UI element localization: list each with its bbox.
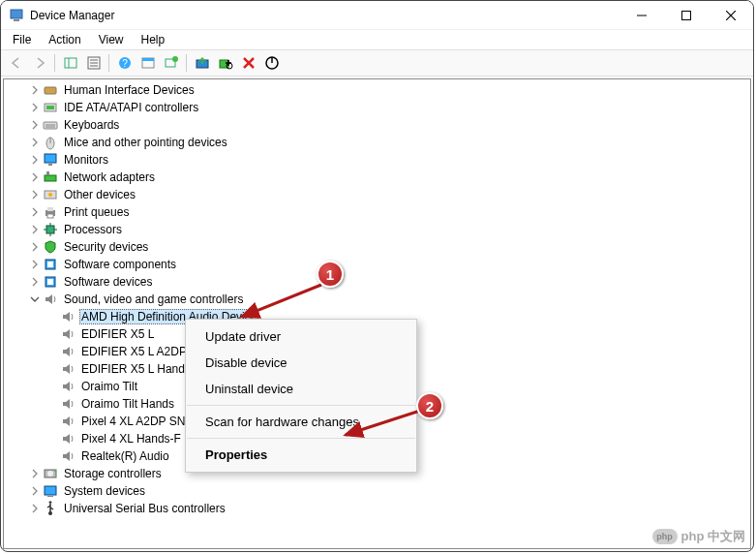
forward-button[interactable] [28, 52, 50, 74]
tree-node[interactable]: Sound, video and game controllers [4, 291, 750, 308]
speaker-icon [60, 309, 76, 324]
window: Device Manager File Action View Help ? [0, 0, 754, 552]
context-menu-item[interactable]: Disable device [186, 350, 416, 376]
tree-node[interactable]: Security devices [4, 238, 750, 256]
tree-node[interactable]: Universal Serial Bus controllers [4, 500, 750, 517]
properties-toolbar-button[interactable] [82, 52, 105, 74]
tree-node[interactable]: Software devices [4, 273, 750, 291]
expand-icon[interactable] [29, 84, 41, 96]
tree-node-label: EDIFIER X5 L [79, 327, 156, 341]
watermark-logo: php [652, 529, 678, 544]
svg-rect-0 [11, 10, 22, 18]
expand-icon[interactable] [29, 503, 41, 514]
tree-node[interactable]: System devices [4, 482, 750, 500]
menu-help[interactable]: Help [134, 31, 173, 48]
tree-node[interactable]: Other devices [4, 186, 750, 203]
speaker-icon [60, 448, 76, 464]
disable-device-toolbar-button[interactable] [214, 52, 236, 74]
enable-device-toolbar-button[interactable] [260, 52, 283, 74]
collapse-icon[interactable] [29, 293, 41, 305]
help-toolbar-button[interactable]: ? [113, 52, 136, 74]
speaker-icon [60, 396, 76, 412]
expand-icon[interactable] [29, 224, 41, 235]
context-menu: Update driverDisable deviceUninstall dev… [185, 319, 417, 473]
svg-rect-31 [48, 164, 52, 166]
tree-node-label: Realtek(R) Audio [79, 449, 171, 463]
tree-node-label: Other devices [62, 188, 137, 201]
svg-rect-33 [46, 171, 49, 175]
svg-rect-6 [65, 58, 76, 68]
svg-rect-24 [46, 106, 54, 109]
svg-rect-30 [45, 154, 56, 163]
device-tree[interactable]: Human Interface DevicesIDE ATA/ATAPI con… [3, 78, 751, 549]
tree-node-label: Oraimo Tilt [79, 380, 139, 393]
expand-icon[interactable] [29, 137, 41, 148]
tree-node[interactable]: Monitors [4, 151, 750, 169]
context-menu-item[interactable]: Uninstall device [186, 376, 416, 402]
tree-node[interactable]: IDE ATA/ATAPI controllers [4, 99, 750, 116]
expand-icon[interactable] [29, 259, 41, 270]
tree-node[interactable]: Software components [4, 256, 750, 273]
tree-node[interactable]: Keyboards [4, 116, 750, 134]
svg-rect-51 [45, 486, 56, 495]
tree-node[interactable]: Processors [4, 221, 750, 238]
tree-node-label: Human Interface Devices [62, 83, 197, 97]
speaker-icon [60, 361, 76, 377]
svg-point-49 [47, 471, 53, 477]
tree-node-label: Universal Serial Bus controllers [62, 502, 227, 515]
system-icon [43, 483, 58, 499]
back-button[interactable] [5, 52, 27, 74]
svg-point-17 [172, 56, 178, 62]
watermark: php php 中文网 [652, 528, 745, 545]
tree-node[interactable]: Mice and other pointing devices [4, 134, 750, 151]
tree-node-label: IDE ATA/ATAPI controllers [62, 101, 200, 114]
toolbar: ? [1, 49, 753, 77]
tree-node-label: Network adapters [62, 170, 157, 184]
expand-icon[interactable] [29, 241, 41, 253]
tree-node-label: Storage controllers [62, 467, 164, 480]
expand-icon[interactable] [29, 171, 41, 183]
maximize-button[interactable] [664, 1, 709, 29]
context-menu-item[interactable]: Properties [186, 442, 416, 468]
tree-node-label: Pixel 4 XL Hands-F [79, 432, 183, 446]
svg-point-53 [48, 511, 52, 515]
tree-node[interactable]: Network adapters [4, 169, 750, 186]
menu-action[interactable]: Action [41, 31, 88, 48]
update-driver-toolbar-button[interactable] [191, 52, 213, 74]
expand-icon[interactable] [29, 119, 41, 131]
expand-icon[interactable] [29, 468, 41, 479]
svg-rect-38 [47, 214, 53, 218]
tree-node-label: Oraimo Tilt Hands [79, 397, 176, 411]
expand-icon[interactable] [29, 102, 41, 113]
scan-hardware-button[interactable] [160, 52, 182, 74]
tree-node[interactable]: Human Interface Devices [4, 81, 750, 99]
view-toolbar-button[interactable] [136, 52, 159, 74]
storage-icon [43, 466, 58, 481]
minimize-button[interactable] [620, 1, 664, 29]
context-menu-item[interactable]: Update driver [186, 323, 416, 350]
tree-node-label: Print queues [62, 205, 131, 219]
uninstall-device-toolbar-button[interactable] [237, 52, 259, 74]
tree-node-label: EDIFIER X5 L Hand [79, 362, 187, 376]
show-hide-tree-button[interactable] [59, 52, 81, 74]
tree-node-label: Monitors [62, 153, 110, 167]
expand-icon[interactable] [29, 154, 41, 166]
software-icon [43, 274, 58, 290]
tree-node[interactable]: Print queues [4, 203, 750, 221]
network-icon [43, 169, 58, 185]
svg-point-35 [48, 193, 52, 197]
expand-icon[interactable] [29, 206, 41, 218]
other-icon [43, 187, 58, 202]
menubar: File Action View Help [1, 30, 753, 49]
context-menu-item[interactable]: Scan for hardware changes [186, 409, 416, 435]
menu-view[interactable]: View [91, 31, 132, 48]
tree-node-label: System devices [62, 484, 147, 498]
expand-icon[interactable] [29, 485, 41, 497]
usb-icon [43, 501, 58, 516]
expand-icon[interactable] [29, 189, 41, 200]
titlebar: Device Manager [1, 1, 753, 30]
close-button[interactable] [709, 1, 753, 29]
expand-icon[interactable] [29, 276, 41, 288]
menu-file[interactable]: File [5, 31, 39, 48]
tree-node-label: Mice and other pointing devices [62, 136, 229, 149]
